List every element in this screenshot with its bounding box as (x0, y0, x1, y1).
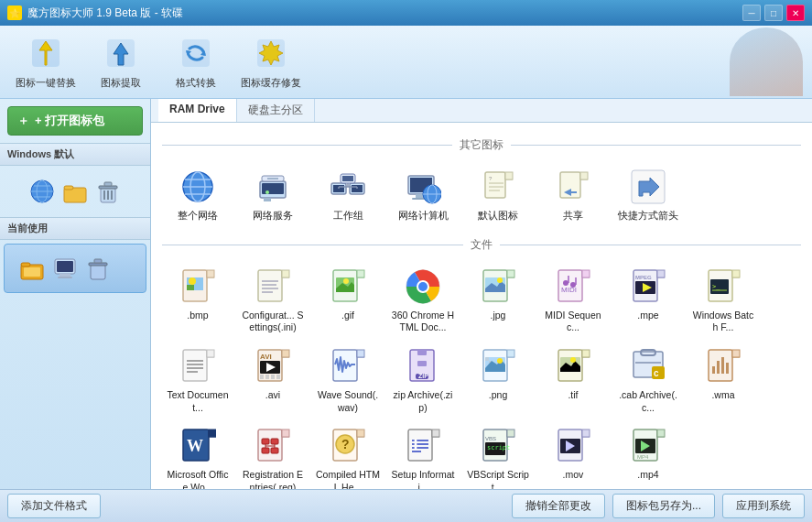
svg-rect-177 (271, 448, 278, 453)
wma-label: .wma (711, 389, 734, 402)
maximize-button[interactable]: □ (764, 5, 783, 21)
icon-wbf[interactable]: >_ Windows Batch F... (687, 262, 759, 338)
cache-repair-button[interactable]: 图标缓存修复 (234, 30, 308, 94)
icon-mov[interactable]: .mov (537, 421, 609, 489)
icon-txt[interactable]: Text Document... (162, 342, 233, 418)
icon-png[interactable]: .png (462, 342, 534, 418)
convert-icon (177, 34, 215, 72)
add-format-button[interactable]: 添加文件格式 (7, 494, 101, 518)
icon-setup[interactable]: Setup Informati... (387, 421, 459, 489)
setup-icon (404, 427, 442, 465)
toolbar: 图标一键替换 图标提取 格式转换 (0, 26, 812, 99)
replace-label: 图标一键替换 (16, 76, 76, 90)
open-pack-button[interactable]: ＋ + 打开图标包 (7, 106, 143, 136)
icon-reg[interactable]: Registration Entries(.reg) (237, 421, 309, 489)
icon-wma[interactable]: .wma (687, 342, 759, 418)
icon-network[interactable]: 整个网络 (162, 162, 233, 226)
svg-text:>_: >_ (712, 283, 720, 290)
svg-text:VBS: VBS (485, 436, 496, 441)
icon-cab[interactable]: c .cab Archive(.c... (612, 342, 684, 418)
icon-shortcut[interactable]: 快捷方式箭头 (612, 162, 684, 226)
sidebar-section-default: Windows 默认 (0, 143, 150, 166)
wma-icon (704, 347, 742, 386)
icon-replace-button[interactable]: 图标一键替换 (9, 30, 82, 94)
icon-htc[interactable]: ? Compiled HTML He... (312, 421, 384, 489)
svg-rect-78 (282, 270, 289, 277)
svg-rect-132 (276, 375, 280, 379)
wbf-icon: >_ (704, 267, 742, 306)
svg-rect-125 (282, 350, 289, 357)
svg-text:ZIP: ZIP (418, 373, 428, 379)
current-icons-row (10, 250, 140, 287)
sidebar-current-icons[interactable] (4, 244, 146, 293)
svg-rect-162 (732, 350, 740, 357)
icon-extract-button[interactable]: 图标提取 (84, 30, 157, 94)
current-folder-icon (17, 254, 47, 283)
reg-icon (254, 427, 292, 465)
icon-wav[interactable]: Wave Sound(.wav) (312, 342, 384, 418)
icon-netcomp[interactable]: 网络计算机 (387, 162, 459, 226)
format-convert-button[interactable]: 格式转换 (159, 30, 233, 94)
icon-bmp[interactable]: .bmp (162, 262, 233, 338)
icon-vbs[interactable]: VBS script VBScript Script ... (462, 421, 534, 489)
icon-workgroup[interactable]: 工作组 (312, 162, 384, 226)
svg-rect-130 (265, 375, 269, 379)
icon-chrome[interactable]: 360 Chrome HTML Doc... (387, 262, 459, 338)
svg-rect-204 (582, 430, 590, 437)
icon-default[interactable]: ? 默认图标 (462, 162, 534, 226)
htc-icon: ? (329, 427, 367, 465)
svg-rect-152 (582, 350, 590, 357)
icon-jpg[interactable]: .jpg (462, 262, 534, 338)
icon-mpe[interactable]: MPEG .mpe (612, 262, 684, 338)
zip-icon: ZIP (404, 347, 442, 386)
ini-label: Configurat... Settings(.ini) (241, 310, 305, 334)
txt-label: Text Document... (166, 389, 230, 414)
icon-ini[interactable]: Configurat... Settings(.ini) (237, 262, 309, 338)
txt-icon (179, 347, 217, 386)
workgroup-label: 工作组 (333, 210, 363, 223)
mp4-icon: MP4 (629, 427, 667, 465)
icon-word[interactable]: W Microsoft Office Wo... (162, 421, 233, 489)
icon-avi[interactable]: AVI .avi (237, 342, 309, 418)
icon-tif[interactable]: .tif (537, 342, 609, 418)
icon-zip[interactable]: ZIP zip Archive(.zip) (387, 342, 459, 418)
tab-ram[interactable]: RAM Drive (158, 99, 237, 122)
svg-rect-72 (207, 270, 214, 277)
svg-rect-118 (207, 350, 214, 357)
replace-icon (27, 34, 65, 72)
network-label: 整个网络 (178, 210, 218, 223)
section-other-icons: 其它图标 (162, 137, 801, 153)
word-label: Microsoft Office Wo... (166, 469, 230, 489)
svg-rect-139 (417, 361, 427, 366)
svg-rect-74 (187, 285, 194, 290)
save-pack-button[interactable]: 图标包另存为... (612, 494, 715, 518)
svg-rect-112 (732, 270, 740, 277)
default-label: 默认图标 (478, 210, 518, 223)
svg-rect-160 (709, 350, 732, 381)
icon-mp4[interactable]: MP4 .mp4 (612, 421, 684, 489)
svg-rect-25 (57, 261, 73, 272)
minimize-button[interactable]: ─ (742, 5, 761, 21)
svg-rect-27 (58, 277, 72, 278)
tab-disk[interactable]: 硬盘主分区 (237, 99, 315, 122)
icon-netservice[interactable]: 网络服务 (237, 162, 309, 226)
icon-midi[interactable]: MIDI MIDI Sequenc... (537, 262, 609, 338)
icon-gif[interactable]: .gif (312, 262, 384, 338)
svg-rect-135 (357, 350, 364, 357)
svg-text:c: c (654, 368, 659, 378)
apply-system-button[interactable]: 应用到系统 (722, 494, 805, 518)
svg-point-87 (343, 278, 349, 284)
svg-rect-138 (417, 355, 427, 361)
close-button[interactable]: ✕ (786, 5, 805, 21)
content-scroll-area[interactable]: 其它图标 整个网络 (151, 123, 812, 489)
svg-point-75 (189, 277, 196, 285)
plus-icon: ＋ (17, 113, 29, 129)
svg-rect-98 (582, 270, 590, 277)
svg-point-193 (415, 440, 417, 442)
icon-share[interactable]: 共享 (537, 162, 609, 226)
undo-all-button[interactable]: 撤销全部更改 (512, 494, 605, 518)
zip-label: zip Archive(.zip) (391, 389, 455, 414)
sidebar-default-icons[interactable] (0, 166, 150, 217)
svg-rect-176 (262, 448, 269, 453)
png-label: .png (489, 389, 507, 402)
